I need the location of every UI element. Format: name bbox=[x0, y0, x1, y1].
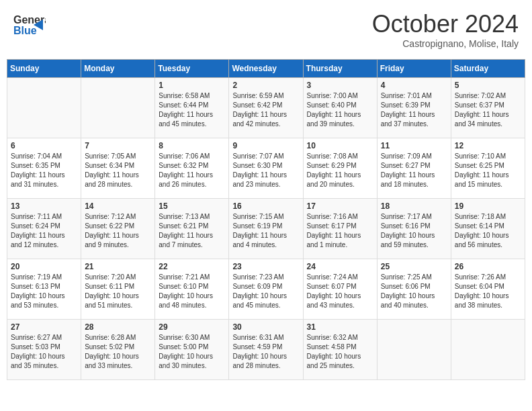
day-number: 24 bbox=[307, 262, 373, 271]
calendar-cell: 13Sunrise: 7:11 AM Sunset: 6:24 PM Dayli… bbox=[7, 199, 81, 259]
day-number: 23 bbox=[232, 262, 299, 271]
header-row: Sunday Monday Tuesday Wednesday Thursday… bbox=[7, 60, 525, 78]
calendar-cell: 10Sunrise: 7:08 AM Sunset: 6:29 PM Dayli… bbox=[303, 138, 377, 199]
calendar-cell: 7Sunrise: 7:05 AM Sunset: 6:34 PM Daylig… bbox=[81, 138, 155, 199]
calendar-cell: 6Sunrise: 7:04 AM Sunset: 6:35 PM Daylig… bbox=[7, 138, 81, 199]
col-wednesday: Wednesday bbox=[229, 60, 303, 78]
calendar-cell: 8Sunrise: 7:06 AM Sunset: 6:32 PM Daylig… bbox=[155, 138, 229, 199]
cell-content: Sunrise: 7:24 AM Sunset: 6:07 PM Dayligh… bbox=[307, 273, 373, 310]
calendar-week-4: 20Sunrise: 7:19 AM Sunset: 6:13 PM Dayli… bbox=[7, 259, 525, 320]
day-number: 14 bbox=[85, 201, 151, 211]
cell-content: Sunrise: 7:13 AM Sunset: 6:21 PM Dayligh… bbox=[159, 212, 225, 250]
calendar-cell bbox=[377, 320, 451, 380]
calendar-cell: 17Sunrise: 7:16 AM Sunset: 6:17 PM Dayli… bbox=[303, 199, 377, 259]
day-number: 6 bbox=[11, 141, 77, 150]
calendar-cell: 27Sunrise: 6:27 AM Sunset: 5:03 PM Dayli… bbox=[7, 320, 81, 380]
day-number: 17 bbox=[307, 201, 373, 211]
cell-content: Sunrise: 7:20 AM Sunset: 6:11 PM Dayligh… bbox=[85, 273, 151, 310]
cell-content: Sunrise: 7:04 AM Sunset: 6:35 PM Dayligh… bbox=[11, 152, 77, 189]
title-block: October 2024 Castropignano, Molise, Ital… bbox=[372, 10, 519, 49]
col-saturday: Saturday bbox=[451, 60, 525, 78]
cell-content: Sunrise: 7:21 AM Sunset: 6:10 PM Dayligh… bbox=[159, 273, 225, 310]
cell-content: Sunrise: 6:59 AM Sunset: 6:42 PM Dayligh… bbox=[232, 91, 299, 129]
cell-content: Sunrise: 7:18 AM Sunset: 6:14 PM Dayligh… bbox=[455, 212, 521, 250]
logo: General Blue bbox=[13, 10, 46, 45]
calendar-week-2: 6Sunrise: 7:04 AM Sunset: 6:35 PM Daylig… bbox=[7, 138, 525, 199]
cell-content: Sunrise: 7:26 AM Sunset: 6:04 PM Dayligh… bbox=[455, 273, 521, 310]
cell-content: Sunrise: 7:15 AM Sunset: 6:19 PM Dayligh… bbox=[232, 212, 299, 250]
calendar-cell: 9Sunrise: 7:07 AM Sunset: 6:30 PM Daylig… bbox=[229, 138, 303, 199]
calendar-cell: 16Sunrise: 7:15 AM Sunset: 6:19 PM Dayli… bbox=[229, 199, 303, 259]
calendar-cell: 18Sunrise: 7:17 AM Sunset: 6:16 PM Dayli… bbox=[377, 199, 451, 259]
day-number: 21 bbox=[85, 262, 151, 271]
day-number: 31 bbox=[307, 322, 373, 332]
cell-content: Sunrise: 7:23 AM Sunset: 6:09 PM Dayligh… bbox=[232, 273, 299, 310]
cell-content: Sunrise: 7:05 AM Sunset: 6:34 PM Dayligh… bbox=[85, 152, 151, 189]
calendar-table: Sunday Monday Tuesday Wednesday Thursday… bbox=[7, 59, 525, 380]
cell-content: Sunrise: 6:30 AM Sunset: 5:00 PM Dayligh… bbox=[159, 333, 225, 371]
cell-content: Sunrise: 7:17 AM Sunset: 6:16 PM Dayligh… bbox=[381, 212, 447, 250]
calendar-week-1: 1Sunrise: 6:58 AM Sunset: 6:44 PM Daylig… bbox=[7, 78, 525, 138]
location-subtitle: Castropignano, Molise, Italy bbox=[372, 38, 519, 49]
col-tuesday: Tuesday bbox=[155, 60, 229, 78]
calendar-cell: 26Sunrise: 7:26 AM Sunset: 6:04 PM Dayli… bbox=[451, 259, 525, 320]
col-friday: Friday bbox=[377, 60, 451, 78]
cell-content: Sunrise: 7:16 AM Sunset: 6:17 PM Dayligh… bbox=[307, 212, 373, 250]
cell-content: Sunrise: 6:58 AM Sunset: 6:44 PM Dayligh… bbox=[159, 91, 225, 129]
cell-content: Sunrise: 7:07 AM Sunset: 6:30 PM Dayligh… bbox=[232, 152, 299, 189]
day-number: 13 bbox=[11, 201, 77, 211]
day-number: 11 bbox=[381, 141, 447, 150]
calendar-cell: 31Sunrise: 6:32 AM Sunset: 4:58 PM Dayli… bbox=[303, 320, 377, 380]
day-number: 12 bbox=[455, 141, 521, 150]
day-number: 19 bbox=[455, 201, 521, 211]
day-number: 15 bbox=[159, 201, 225, 211]
day-number: 27 bbox=[11, 322, 77, 332]
day-number: 20 bbox=[11, 262, 77, 271]
day-number: 18 bbox=[381, 201, 447, 211]
calendar-cell: 25Sunrise: 7:25 AM Sunset: 6:06 PM Dayli… bbox=[377, 259, 451, 320]
calendar-cell bbox=[451, 320, 525, 380]
calendar-week-3: 13Sunrise: 7:11 AM Sunset: 6:24 PM Dayli… bbox=[7, 199, 525, 259]
day-number: 5 bbox=[455, 81, 521, 90]
cell-content: Sunrise: 6:31 AM Sunset: 4:59 PM Dayligh… bbox=[232, 333, 299, 371]
day-number: 25 bbox=[381, 262, 447, 271]
calendar-cell: 4Sunrise: 7:01 AM Sunset: 6:39 PM Daylig… bbox=[377, 78, 451, 138]
cell-content: Sunrise: 7:12 AM Sunset: 6:22 PM Dayligh… bbox=[85, 212, 151, 250]
svg-text:Blue: Blue bbox=[13, 25, 37, 36]
calendar-cell: 19Sunrise: 7:18 AM Sunset: 6:14 PM Dayli… bbox=[451, 199, 525, 259]
day-number: 30 bbox=[232, 322, 299, 332]
cell-content: Sunrise: 7:25 AM Sunset: 6:06 PM Dayligh… bbox=[381, 273, 447, 310]
cell-content: Sunrise: 7:06 AM Sunset: 6:32 PM Dayligh… bbox=[159, 152, 225, 189]
calendar-cell bbox=[81, 78, 155, 138]
day-number: 10 bbox=[307, 141, 373, 150]
calendar-cell: 24Sunrise: 7:24 AM Sunset: 6:07 PM Dayli… bbox=[303, 259, 377, 320]
day-number: 7 bbox=[85, 141, 151, 150]
day-number: 9 bbox=[232, 141, 299, 150]
calendar-cell: 23Sunrise: 7:23 AM Sunset: 6:09 PM Dayli… bbox=[229, 259, 303, 320]
col-monday: Monday bbox=[81, 60, 155, 78]
calendar-cell: 30Sunrise: 6:31 AM Sunset: 4:59 PM Dayli… bbox=[229, 320, 303, 380]
cell-content: Sunrise: 7:02 AM Sunset: 6:37 PM Dayligh… bbox=[455, 91, 521, 129]
calendar-cell: 28Sunrise: 6:28 AM Sunset: 5:02 PM Dayli… bbox=[81, 320, 155, 380]
calendar-cell: 14Sunrise: 7:12 AM Sunset: 6:22 PM Dayli… bbox=[81, 199, 155, 259]
calendar-week-5: 27Sunrise: 6:27 AM Sunset: 5:03 PM Dayli… bbox=[7, 320, 525, 380]
calendar-cell: 29Sunrise: 6:30 AM Sunset: 5:00 PM Dayli… bbox=[155, 320, 229, 380]
calendar-cell: 12Sunrise: 7:10 AM Sunset: 6:25 PM Dayli… bbox=[451, 138, 525, 199]
cell-content: Sunrise: 7:11 AM Sunset: 6:24 PM Dayligh… bbox=[11, 212, 77, 250]
col-thursday: Thursday bbox=[303, 60, 377, 78]
cell-content: Sunrise: 6:28 AM Sunset: 5:02 PM Dayligh… bbox=[85, 333, 151, 371]
cell-content: Sunrise: 7:19 AM Sunset: 6:13 PM Dayligh… bbox=[11, 273, 77, 310]
day-number: 28 bbox=[85, 322, 151, 332]
day-number: 26 bbox=[455, 262, 521, 271]
cell-content: Sunrise: 7:08 AM Sunset: 6:29 PM Dayligh… bbox=[307, 152, 373, 189]
calendar-cell: 2Sunrise: 6:59 AM Sunset: 6:42 PM Daylig… bbox=[229, 78, 303, 138]
logo-graphic: General Blue bbox=[13, 10, 46, 45]
day-number: 8 bbox=[159, 141, 225, 150]
calendar-cell: 3Sunrise: 7:00 AM Sunset: 6:40 PM Daylig… bbox=[303, 78, 377, 138]
calendar-cell: 21Sunrise: 7:20 AM Sunset: 6:11 PM Dayli… bbox=[81, 259, 155, 320]
month-title: October 2024 bbox=[372, 10, 519, 38]
day-number: 3 bbox=[307, 81, 373, 90]
day-number: 2 bbox=[232, 81, 299, 90]
cell-content: Sunrise: 7:00 AM Sunset: 6:40 PM Dayligh… bbox=[307, 91, 373, 129]
cell-content: Sunrise: 6:27 AM Sunset: 5:03 PM Dayligh… bbox=[11, 333, 77, 371]
